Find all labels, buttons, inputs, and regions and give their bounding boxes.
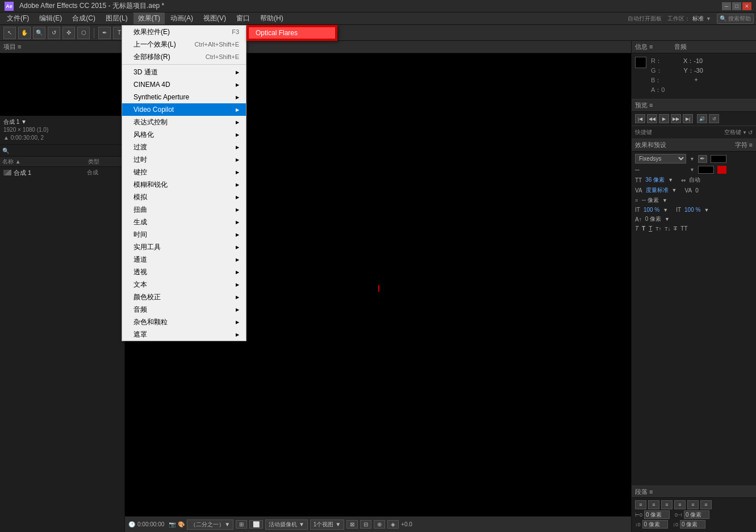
menu-effects[interactable]: 效果(T) [133, 12, 165, 24]
preview-prev-btn[interactable]: ◀◀ [647, 114, 657, 123]
strike-btn[interactable]: T̶ [674, 225, 677, 232]
preview-loop-btn[interactable]: ↺ [709, 114, 719, 123]
effect-menu-expression[interactable]: 表达式控制 [122, 116, 246, 128]
tool-select[interactable]: ↖ [3, 27, 16, 39]
preview-next-btn[interactable]: ▶▶ [671, 114, 681, 123]
eyedropper-icon[interactable]: ✒ [698, 155, 707, 163]
optical-flares-item[interactable]: Optical Flares [248, 26, 336, 40]
font-style-dropdown[interactable]: ─ [635, 166, 686, 173]
align-center-btn[interactable]: ≡ [648, 500, 659, 509]
camera-view-select[interactable]: 活动摄像机 ▼ [265, 520, 308, 530]
vscale-val[interactable]: 100 % [684, 207, 700, 213]
sub-btn[interactable]: T↓ [665, 226, 670, 232]
info-a-row: A：0 [651, 86, 703, 94]
menu-edit[interactable]: 编辑(E) [35, 12, 66, 24]
effect-menu-transition[interactable]: 过渡 [122, 141, 246, 153]
italic-btn[interactable]: T [635, 225, 638, 232]
effect-menu-audio[interactable]: 音频 [122, 303, 246, 316]
caps-btn[interactable]: TT [680, 225, 687, 232]
tool-zoom[interactable]: 🔍 [33, 27, 45, 39]
camera-icon: 📷 [169, 521, 176, 527]
channel-btn[interactable]: ⊕ [374, 520, 385, 529]
effect-menu-color[interactable]: 颜色校正 [122, 291, 246, 303]
effect-menu-cinema4d[interactable]: CINEMA 4D [122, 78, 246, 91]
tracking-val[interactable]: 度量标准 [646, 186, 669, 194]
rtl-btn[interactable]: ≡ [700, 500, 712, 509]
hscale-val[interactable]: 100 % [644, 207, 659, 213]
menu-comp[interactable]: 合成(C) [68, 12, 100, 24]
preview-play-btn[interactable]: ▶ [659, 114, 669, 123]
frame-btn[interactable]: ⊟ [360, 520, 371, 529]
bold-btn[interactable]: T [642, 225, 645, 232]
menu-window[interactable]: 窗口 [232, 12, 254, 24]
effect-menu-3dchannel[interactable]: 3D 通道 [122, 66, 246, 78]
tool-pen[interactable]: ✒ [98, 27, 111, 39]
search-area[interactable]: 🔍 搜索帮助 [717, 14, 754, 24]
stroke-color-swatch[interactable] [698, 166, 714, 174]
preview-audio-btn[interactable]: 🔊 [697, 114, 707, 123]
effect-menu-utility[interactable]: 实用工具 [122, 241, 246, 253]
effect-menu-item-removeall[interactable]: 全部移除(R) Ctrl+Shift+E [122, 51, 246, 63]
grid-toggle[interactable]: ⊞ [236, 520, 247, 529]
effect-menu-obsolete[interactable]: 过时 [122, 153, 246, 166]
menu-help[interactable]: 帮助(H) [256, 12, 288, 24]
justify-all-btn[interactable]: ≡ [687, 500, 699, 509]
videocopilot-submenu[interactable]: Optical Flares [247, 25, 337, 41]
color-swap-icon[interactable] [717, 166, 726, 174]
font-select[interactable]: Fixedsys [635, 154, 686, 164]
effect-menu-synthetic[interactable]: Synthetic Aperture [122, 91, 246, 103]
tool-anchor[interactable]: ✜ [62, 27, 75, 39]
effect-menu-videocopilot[interactable]: Video Copilot [122, 103, 246, 116]
tool-rotate[interactable]: ↺ [48, 27, 60, 39]
close-button[interactable]: ✕ [742, 2, 751, 10]
info-color-swatch-area [635, 57, 646, 95]
menu-file[interactable]: 文件(F) [2, 12, 34, 24]
effect-menu-blur[interactable]: 模糊和锐化 [122, 178, 246, 191]
effect-menu-distort[interactable]: 扭曲 [122, 203, 246, 216]
zoom-select[interactable]: （二分之一）▼ [187, 520, 233, 530]
effect-menu-channel[interactable]: 通道 [122, 253, 246, 266]
text-color-swatch[interactable] [711, 155, 726, 163]
effect-menu-simulate[interactable]: 模拟 [122, 191, 246, 203]
titlebar-controls[interactable]: ─ □ ✕ [722, 2, 751, 10]
effect-menu-item-effectctrl[interactable]: 效果控件(E) F3 [122, 26, 246, 38]
justify-btn[interactable]: ≡ [674, 500, 686, 509]
left-indent-input[interactable] [644, 510, 670, 519]
shortcut-reset[interactable]: ↺ [748, 129, 753, 136]
effect-menu-matte[interactable]: 遮罩 [122, 328, 246, 341]
super-btn[interactable]: T↑ [655, 226, 661, 232]
effect-menu-stylize[interactable]: 风格化 [122, 128, 246, 141]
mask-toggle[interactable]: ⬜ [249, 520, 263, 529]
effect-menu-text[interactable]: 文本 [122, 278, 246, 291]
underline-btn[interactable]: T [649, 225, 652, 232]
tool-shape[interactable]: ⬡ [77, 27, 90, 39]
space-before-input[interactable] [642, 520, 668, 529]
preview-last-btn[interactable]: ▶| [683, 114, 693, 123]
right-indent-input[interactable] [684, 510, 709, 519]
menu-anim[interactable]: 动画(A) [166, 12, 198, 24]
effect-menu-perspective[interactable]: 透视 [122, 266, 246, 278]
views-select[interactable]: 1个视图 ▼ [310, 520, 344, 530]
menu-layer[interactable]: 图层(L) [101, 12, 132, 24]
effect-menu-generate[interactable]: 生成 [122, 216, 246, 228]
menu-view[interactable]: 视图(V) [199, 12, 231, 24]
effect-menu-time[interactable]: 时间 [122, 228, 246, 241]
minimize-button[interactable]: ─ [722, 2, 731, 10]
comp-name[interactable]: 合成 1 ▼ [3, 118, 121, 126]
effect-menu-noise[interactable]: 杂色和颗粒 [122, 316, 246, 328]
right-indent-icon: 0⊣ [675, 512, 682, 518]
align-right-btn[interactable]: ≡ [661, 500, 673, 509]
effect-menu-keying[interactable]: 键控 [122, 166, 246, 178]
font-size-val[interactable]: 36 像素 [645, 176, 665, 184]
tool-hand[interactable]: ✋ [18, 27, 31, 39]
project-search-input[interactable] [11, 147, 122, 154]
maximize-button[interactable]: □ [732, 2, 741, 10]
preview-first-btn[interactable]: |◀ [635, 114, 645, 123]
effect-menu-item-prev[interactable]: 上一个效果(L) Ctrl+Alt+Shift+E [122, 38, 246, 51]
space-after-input[interactable] [680, 520, 705, 529]
project-item-comp1[interactable]: 合成 1 合成 [0, 167, 124, 178]
render-toggle[interactable]: ⊠ [346, 520, 358, 529]
align-left-btn[interactable]: ≡ [635, 500, 646, 509]
effects-menu[interactable]: 效果控件(E) F3 上一个效果(L) Ctrl+Alt+Shift+E 全部移… [122, 25, 247, 341]
quality-btn[interactable]: ◈ [387, 520, 399, 529]
